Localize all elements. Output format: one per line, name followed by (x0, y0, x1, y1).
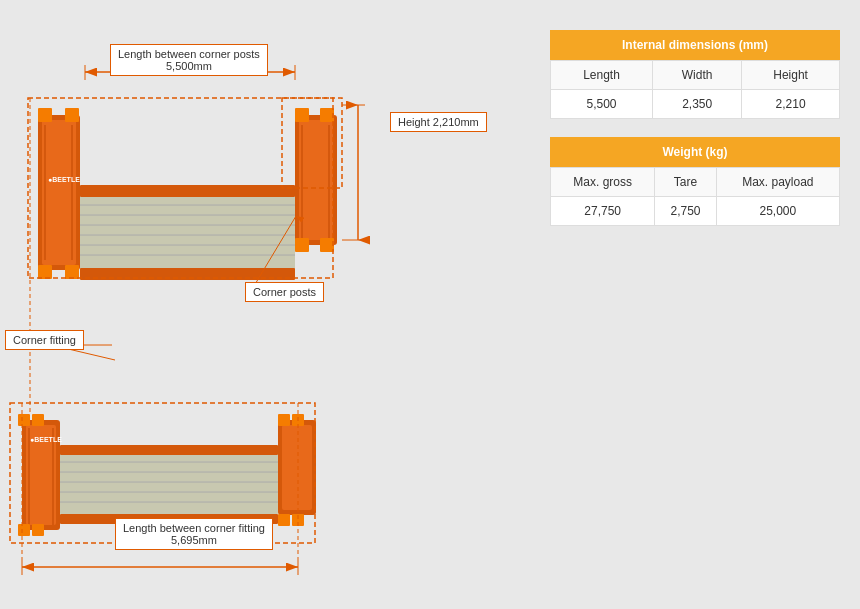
svg-rect-52 (60, 445, 278, 455)
dimensions-section: Internal dimensions (mm) Length Width He… (550, 30, 840, 119)
dimensions-header: Internal dimensions (mm) (550, 30, 840, 60)
wt-val-gross: 27,750 (551, 197, 655, 226)
svg-rect-58 (278, 414, 290, 426)
length-fitting-label: Length between corner fitting 5,695mm (115, 518, 273, 550)
wt-val-payload: 25,000 (716, 197, 839, 226)
wt-col-gross: Max. gross (551, 168, 655, 197)
svg-rect-26 (320, 108, 334, 122)
svg-rect-45 (282, 425, 312, 510)
wt-col-payload: Max. payload (716, 168, 839, 197)
svg-rect-55 (32, 414, 44, 426)
svg-rect-24 (65, 265, 79, 279)
svg-rect-28 (320, 238, 334, 252)
svg-rect-21 (38, 108, 52, 122)
right-panel: Internal dimensions (mm) Length Width He… (550, 30, 840, 244)
svg-text:●BEETLE: ●BEETLE (30, 436, 62, 443)
table-row: 27,750 2,750 25,000 (551, 197, 840, 226)
svg-rect-56 (18, 524, 30, 536)
svg-rect-57 (32, 524, 44, 536)
weight-header: Weight (kg) (550, 137, 840, 167)
weight-table: Max. gross Tare Max. payload 27,750 2,75… (550, 167, 840, 226)
svg-rect-12 (80, 195, 295, 270)
svg-rect-60 (278, 514, 290, 526)
dim-col-height: Height (742, 61, 840, 90)
svg-rect-54 (18, 414, 30, 426)
svg-rect-5 (42, 120, 76, 265)
dim-val-length: 5,500 (551, 90, 653, 119)
height-label: Height 2,210mm (390, 112, 487, 132)
wt-col-tare: Tare (655, 168, 716, 197)
svg-rect-27 (295, 238, 309, 252)
dim-col-width: Width (653, 61, 742, 90)
length-posts-label: Length between corner posts 5,500mm (110, 44, 268, 76)
dim-val-height: 2,210 (742, 90, 840, 119)
corner-fitting-label: Corner fitting (5, 330, 84, 350)
wt-val-tare: 2,750 (655, 197, 716, 226)
corner-posts-label: Corner posts (245, 282, 324, 302)
svg-rect-19 (80, 185, 295, 197)
dim-col-length: Length (551, 61, 653, 90)
svg-text:●BEETLE: ●BEETLE (48, 176, 80, 183)
svg-rect-23 (38, 265, 52, 279)
weight-section: Weight (kg) Max. gross Tare Max. payload… (550, 137, 840, 226)
svg-rect-22 (65, 108, 79, 122)
table-row: 5,500 2,350 2,210 (551, 90, 840, 119)
svg-rect-9 (299, 120, 333, 240)
dimensions-table: Length Width Height 5,500 2,350 2,210 (550, 60, 840, 119)
page: ●BEETLE (0, 0, 860, 609)
svg-rect-25 (295, 108, 309, 122)
dim-val-width: 2,350 (653, 90, 742, 119)
